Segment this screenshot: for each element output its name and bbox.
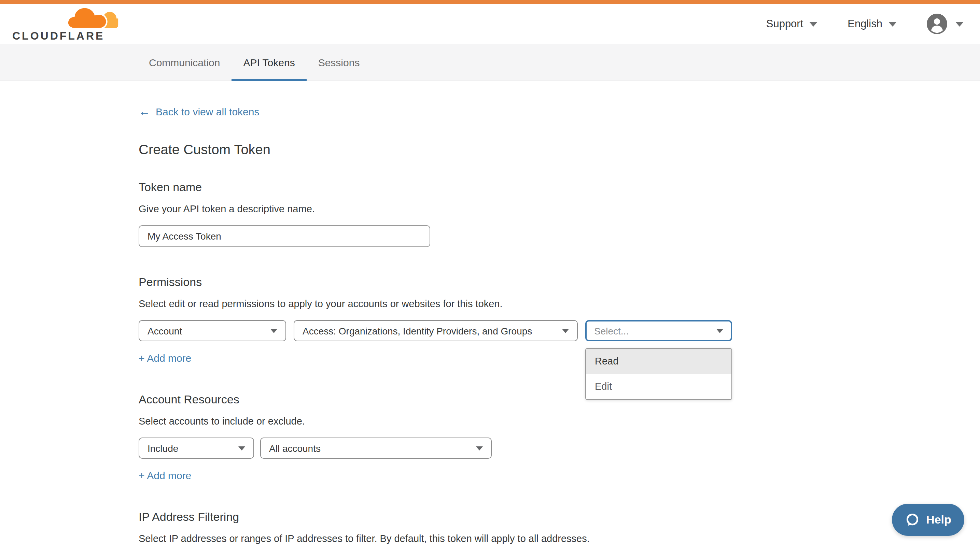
back-link-label: Back to view all tokens bbox=[156, 106, 259, 117]
permission-resource-value: Access: Organizations, Identity Provider… bbox=[302, 325, 532, 336]
permission-resource-select[interactable]: Access: Organizations, Identity Provider… bbox=[294, 320, 578, 341]
permission-access-placeholder: Select... bbox=[594, 325, 628, 336]
resource-accounts-value: All accounts bbox=[269, 442, 321, 454]
chevron-down-icon bbox=[955, 22, 964, 26]
back-to-tokens-link[interactable]: ← Back to view all tokens bbox=[138, 106, 259, 117]
header: CLOUDFLARE Support English bbox=[0, 4, 980, 44]
account-resources-description: Select accounts to include or exclude. bbox=[138, 416, 980, 427]
token-name-section: Token name Give your API token a descrip… bbox=[138, 181, 980, 247]
resource-mode-value: Include bbox=[148, 442, 178, 454]
permissions-heading: Permissions bbox=[138, 276, 980, 289]
avatar-icon bbox=[927, 14, 947, 34]
chevron-down-icon bbox=[809, 22, 818, 26]
header-nav: Support English bbox=[766, 14, 964, 34]
dropdown-option-edit[interactable]: Edit bbox=[586, 374, 732, 399]
chevron-down-icon bbox=[888, 22, 897, 26]
account-resources-row: Include All accounts bbox=[138, 438, 980, 459]
permissions-section: Permissions Select edit or read permissi… bbox=[138, 276, 980, 365]
tab-api-tokens[interactable]: API Tokens bbox=[232, 44, 306, 81]
resource-mode-select[interactable]: Include bbox=[138, 438, 254, 459]
cloudflare-cloud-icon bbox=[65, 6, 122, 32]
help-button[interactable]: Help bbox=[892, 504, 964, 536]
tab-bar: Communication API Tokens Sessions bbox=[0, 44, 980, 81]
top-accent-bar bbox=[0, 0, 980, 4]
chevron-down-icon bbox=[716, 329, 723, 333]
permission-scope-select[interactable]: Account bbox=[138, 320, 286, 341]
cloudflare-wordmark: CLOUDFLARE bbox=[12, 31, 105, 42]
page: CLOUDFLARE Support English Communi bbox=[0, 0, 980, 544]
ip-filtering-heading: IP Address Filtering bbox=[138, 511, 980, 524]
chevron-down-icon bbox=[270, 329, 277, 333]
account-menu[interactable] bbox=[927, 14, 964, 34]
main-content: ← Back to view all tokens Create Custom … bbox=[0, 81, 980, 544]
chevron-down-icon bbox=[238, 446, 245, 450]
resource-accounts-select[interactable]: All accounts bbox=[260, 438, 492, 459]
access-level-dropdown: Read Edit bbox=[585, 348, 732, 400]
cloudflare-logo[interactable]: CLOUDFLARE bbox=[12, 6, 122, 42]
permissions-description: Select edit or read permissions to apply… bbox=[138, 298, 980, 309]
support-menu[interactable]: Support bbox=[766, 18, 818, 30]
dropdown-option-read[interactable]: Read bbox=[586, 349, 732, 374]
language-menu-label: English bbox=[848, 18, 882, 30]
token-name-heading: Token name bbox=[138, 181, 980, 195]
account-resources-heading: Account Resources bbox=[138, 393, 980, 407]
support-menu-label: Support bbox=[766, 18, 803, 30]
token-name-input[interactable] bbox=[138, 225, 430, 247]
permissions-row: Account Access: Organizations, Identity … bbox=[138, 320, 980, 341]
permission-scope-value: Account bbox=[148, 325, 182, 336]
tab-sessions[interactable]: Sessions bbox=[307, 44, 372, 81]
permission-access-select-wrap: Select... Read Edit bbox=[585, 320, 732, 341]
permissions-add-more-link[interactable]: + Add more bbox=[138, 352, 191, 364]
help-button-label: Help bbox=[926, 513, 951, 527]
ip-filtering-description: Select IP addresses or ranges of IP addr… bbox=[138, 533, 980, 544]
account-resources-add-more-link[interactable]: + Add more bbox=[138, 469, 191, 481]
chevron-down-icon bbox=[476, 446, 483, 450]
tab-communication[interactable]: Communication bbox=[137, 44, 232, 81]
ip-filtering-section: IP Address Filtering Select IP addresses… bbox=[138, 511, 980, 544]
permission-access-select[interactable]: Select... bbox=[585, 320, 732, 341]
page-title: Create Custom Token bbox=[138, 142, 980, 158]
chevron-down-icon bbox=[562, 329, 569, 333]
token-name-description: Give your API token a descriptive name. bbox=[138, 203, 980, 214]
chat-bubble-icon bbox=[905, 512, 920, 527]
account-resources-section: Account Resources Select accounts to inc… bbox=[138, 393, 980, 482]
language-menu[interactable]: English bbox=[848, 18, 897, 30]
back-arrow-icon: ← bbox=[138, 106, 150, 117]
